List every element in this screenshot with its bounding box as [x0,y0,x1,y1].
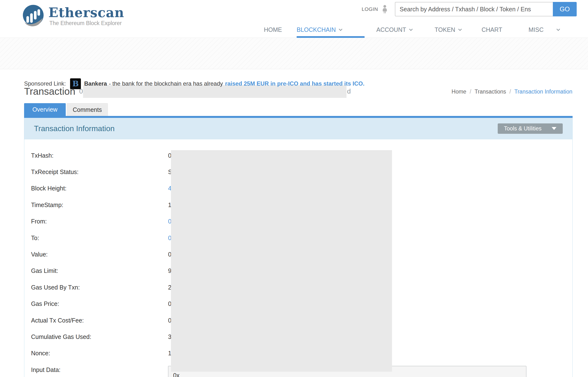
values-redaction-overlay [171,150,392,372]
chevron-down-icon [339,28,343,31]
etherscan-transaction-page: Etherscan The Ethereum Block Explorer LO… [0,0,588,377]
tab-underline-bar [24,116,573,118]
nav-item-token[interactable]: TOKEN [435,24,462,36]
nav-item-blockchain[interactable]: BLOCKCHAIN [297,24,343,36]
main-nav: HOME BLOCKCHAIN ACCOUNT TOKEN CHART MISC [0,24,588,38]
sponsored-brand-link[interactable]: Bankera [84,80,107,87]
person-icon [381,5,389,13]
breadcrumb-home[interactable]: Home [452,88,466,95]
tools-utilities-button[interactable]: Tools & Utilities [498,123,563,134]
page-title-band: Transaction 0x d Home / Transactions / T… [0,38,588,69]
logo-title: Etherscan [48,6,124,20]
active-nav-underline [297,36,365,38]
sponsored-cta-link[interactable]: raised 25M EUR in pre-ICO and has starte… [225,80,365,87]
login-label: LOGIN [362,6,378,12]
sponsored-link-row: Sponsored Link: B Bankera - the bank for… [24,78,365,90]
chevron-down-icon [556,28,560,31]
breadcrumb-separator: / [470,88,471,95]
nav-item-account[interactable]: ACCOUNT [376,24,413,36]
nav-item-home[interactable]: HOME [264,24,282,36]
breadcrumb: Home / Transactions / Transaction Inform… [452,88,572,95]
chevron-down-icon [458,28,462,31]
login-link[interactable]: LOGIN [362,5,389,13]
tab-comments[interactable]: Comments [67,103,108,116]
bankera-logo-icon: B [70,78,81,89]
caret-down-icon [552,127,556,130]
search-input[interactable] [395,2,553,16]
chevron-down-icon [409,28,413,31]
search-box: GO [395,2,577,16]
tab-overview[interactable]: Overview [24,103,66,116]
nav-item-misc[interactable]: MISC [529,24,560,36]
breadcrumb-separator: / [510,88,511,95]
panel-title: Transaction Information [34,124,115,133]
search-go-button[interactable]: GO [553,2,577,16]
breadcrumb-transactions[interactable]: Transactions [475,88,506,95]
nav-item-chart[interactable]: CHART [482,24,502,36]
header-right: LOGIN GO [362,2,577,16]
sponsored-text: - the bank for the blockchain era has al… [109,80,223,87]
panel-heading: Transaction Information Tools & Utilitie… [24,118,572,139]
sponsored-label: Sponsored Link: [24,80,66,87]
transaction-information-panel: Transaction Information Tools & Utilitie… [24,118,573,377]
breadcrumb-transaction-information[interactable]: Transaction Information [514,88,572,95]
